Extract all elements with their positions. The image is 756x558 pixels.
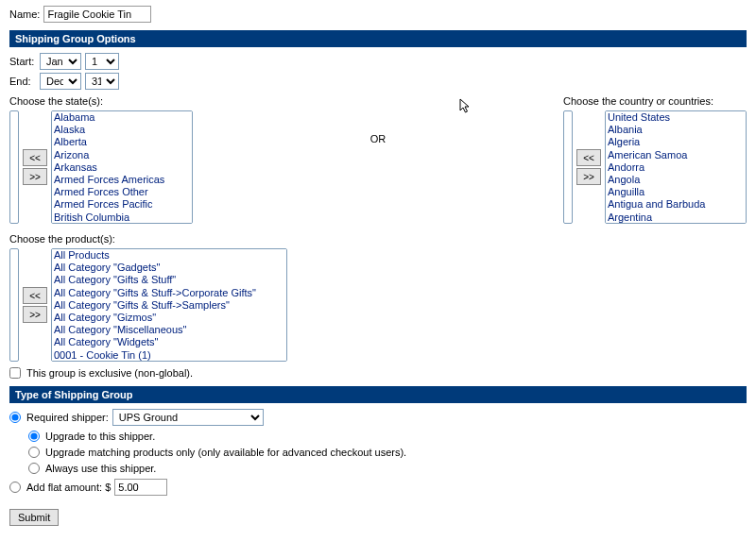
list-item[interactable]: United States [606,111,746,124]
choose-countries-label: Choose the country or countries: [563,95,747,107]
states-remove-button[interactable]: >> [23,168,47,185]
list-item[interactable]: Alabama [52,111,192,124]
list-item[interactable]: Anguilla [606,186,746,198]
list-item[interactable]: All Category "Gadgets" [52,262,286,274]
choose-states-label: Choose the state(s): [9,95,193,107]
name-label: Name: [9,8,40,20]
required-shipper-radio[interactable] [9,412,21,423]
list-item[interactable]: Armed Forces Other [52,186,192,198]
list-item[interactable]: All Products [52,249,286,262]
choose-products-label: Choose the product(s): [9,233,747,245]
section-type-header: Type of Shipping Group [9,386,747,403]
upgrade-matching-label: Upgrade matching products only (only ava… [45,447,406,458]
countries-selected-listbox[interactable] [563,110,573,224]
exclusive-checkbox[interactable] [9,367,21,379]
countries-remove-button[interactable]: >> [576,168,601,185]
end-day-select[interactable]: 31 [85,73,119,90]
list-item[interactable]: All Category "Widgets" [52,336,286,348]
list-item[interactable]: Angola [606,174,746,186]
flat-amount-field[interactable] [114,479,167,496]
list-item[interactable]: American Samoa [606,149,746,161]
flat-amount-label: Add flat amount: $ [26,482,111,493]
upgrade-label: Upgrade to this shipper. [45,431,155,442]
list-item[interactable]: All Category "Gifts & Stuff->Corporate G… [52,287,286,299]
list-item[interactable]: Albania [606,124,746,136]
list-item[interactable]: Andorra [606,161,746,174]
or-label: OR [370,95,387,144]
list-item[interactable]: Alberta [52,136,192,148]
upgrade-radio[interactable] [28,431,40,442]
end-month-select[interactable]: Dec [40,73,81,90]
required-shipper-select[interactable]: UPS Ground [112,409,264,426]
exclusive-label: This group is exclusive (non-global). [26,367,193,379]
list-item[interactable]: All Category "Gifts & Stuff->Samplers" [52,299,286,312]
list-item[interactable]: All Category "Gizmos" [52,312,286,324]
products-selected-listbox[interactable] [9,248,19,362]
list-item[interactable]: Armed Forces Americas [52,174,192,186]
flat-amount-radio[interactable] [9,482,21,493]
products-remove-button[interactable]: >> [23,306,47,323]
states-available-listbox[interactable]: AlabamaAlaskaAlbertaArizonaArkansasArmed… [51,110,193,224]
list-item[interactable]: 0001 - Cookie Tin (1) [52,349,286,362]
section-shipping-options-header: Shipping Group Options [9,30,747,47]
always-use-label: Always use this shipper. [45,463,156,474]
required-shipper-label: Required shipper: [26,412,109,423]
products-add-button[interactable]: << [23,287,47,304]
list-item[interactable]: Argentina [606,211,746,224]
countries-add-button[interactable]: << [576,149,601,166]
countries-available-listbox[interactable]: United StatesAlbaniaAlgeriaAmerican Samo… [605,110,747,224]
always-use-radio[interactable] [28,463,40,474]
start-day-select[interactable]: 1 [85,53,119,70]
products-available-listbox[interactable]: All ProductsAll Category "Gadgets"All Ca… [51,248,287,362]
list-item[interactable]: Algeria [606,136,746,148]
start-label: Start: [9,56,36,67]
list-item[interactable]: Antigua and Barbuda [606,198,746,211]
upgrade-matching-radio[interactable] [28,447,40,458]
states-add-button[interactable]: << [23,149,47,166]
start-month-select[interactable]: Jan [40,53,81,70]
name-field[interactable] [43,6,151,23]
list-item[interactable]: Armed Forces Pacific [52,198,192,211]
end-label: End: [9,76,36,87]
list-item[interactable]: Alaska [52,124,192,136]
list-item[interactable]: All Category "Miscellaneous" [52,324,286,336]
list-item[interactable]: British Columbia [52,211,192,224]
states-selected-listbox[interactable] [9,110,19,224]
list-item[interactable]: Arizona [52,149,192,161]
submit-button[interactable]: Submit [9,509,59,526]
list-item[interactable]: All Category "Gifts & Stuff" [52,274,286,286]
list-item[interactable]: Arkansas [52,161,192,174]
